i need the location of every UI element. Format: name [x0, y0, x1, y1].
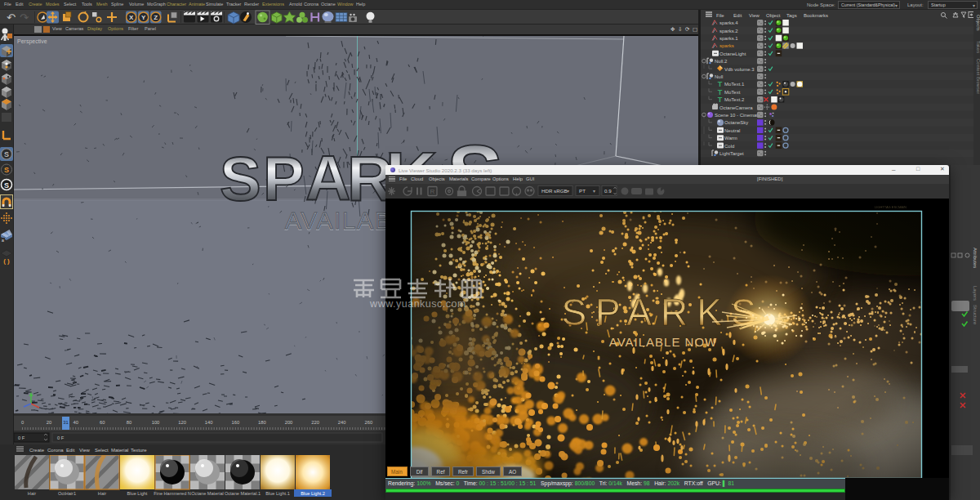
- svg-text:Neutral: Neutral: [724, 128, 740, 133]
- svg-text:▾: ▾: [593, 189, 595, 194]
- svg-text:↷: ↷: [20, 11, 29, 24]
- svg-text:120: 120: [178, 420, 186, 425]
- svg-text:PT: PT: [579, 188, 586, 194]
- svg-text:Texture: Texture: [131, 448, 147, 453]
- svg-text:www.yuankusc.com: www.yuankusc.com: [369, 298, 466, 310]
- svg-text:HDR sRGB: HDR sRGB: [541, 188, 568, 194]
- svg-text:Edit: Edit: [66, 448, 75, 453]
- svg-text:60: 60: [100, 420, 105, 425]
- svg-text:MoText.2: MoText.2: [724, 97, 745, 102]
- svg-text:S: S: [4, 150, 9, 158]
- svg-text:Z: Z: [154, 14, 158, 21]
- svg-text:OctaneSky: OctaneSky: [724, 120, 748, 125]
- svg-text:40: 40: [73, 420, 78, 425]
- svg-text:Blue Light: Blue Light: [127, 491, 148, 496]
- svg-text:LIGHTTAG ESCMAIN: LIGHTTAG ESCMAIN: [875, 205, 906, 209]
- svg-text:↶: ↶: [7, 11, 16, 24]
- svg-text:A: A: [305, 143, 351, 213]
- svg-text:T: T: [718, 96, 723, 104]
- svg-text:Structure: Structure: [973, 305, 978, 325]
- svg-text:Attributes: Attributes: [973, 248, 978, 268]
- svg-text:P: P: [263, 144, 305, 213]
- svg-text:Null: Null: [715, 74, 723, 79]
- svg-text:Corona: Corona: [47, 448, 64, 453]
- svg-text:Material: Material: [111, 448, 128, 453]
- svg-text:Hair: Hair: [28, 491, 36, 496]
- svg-text:Hair: Hair: [98, 491, 106, 496]
- svg-text:Object: Object: [766, 13, 781, 18]
- svg-text:R: R: [430, 188, 435, 195]
- svg-text:260: 260: [364, 420, 372, 425]
- svg-text:LightTarget: LightTarget: [719, 151, 744, 156]
- svg-text:Tags: Tags: [786, 13, 797, 18]
- svg-text:80: 80: [127, 420, 131, 425]
- svg-text:View: View: [79, 448, 91, 453]
- svg-text:20: 20: [47, 420, 51, 425]
- svg-text:Layers: Layers: [973, 286, 978, 301]
- svg-text:OctaneLight: OctaneLight: [719, 51, 746, 56]
- svg-text:Edit: Edit: [733, 13, 742, 18]
- svg-text:a: a: [2, 238, 4, 243]
- svg-text:Blue Light.2: Blue Light.2: [301, 491, 325, 496]
- svg-text:▾: ▾: [567, 189, 569, 194]
- svg-text:sparks.1: sparks.1: [719, 36, 738, 41]
- svg-text:S: S: [220, 144, 261, 213]
- svg-text:View: View: [749, 13, 760, 18]
- svg-text:Y: Y: [141, 14, 146, 21]
- svg-text:Objects: Objects: [976, 15, 980, 31]
- svg-text:Blue Light.1: Blue Light.1: [265, 491, 290, 496]
- svg-text:sparks.4: sparks.4: [719, 20, 738, 25]
- svg-text:Select: Select: [95, 448, 109, 453]
- svg-text:( ): ( ): [3, 257, 10, 265]
- svg-text:160: 160: [231, 420, 239, 425]
- svg-text:S: S: [4, 181, 9, 190]
- svg-text:240: 240: [338, 420, 346, 425]
- svg-text:100: 100: [152, 420, 160, 425]
- svg-text:MoText: MoText: [724, 90, 741, 95]
- svg-text:0.9: 0.9: [604, 188, 612, 194]
- svg-text:Fine Hammered N: Fine Hammered N: [154, 491, 191, 496]
- svg-text:Scene 10 - Cinematic: Scene 10 - Cinematic: [715, 113, 761, 118]
- svg-text:OctaneCamera: OctaneCamera: [719, 105, 753, 110]
- svg-text:Cold: Cold: [724, 144, 734, 149]
- svg-text:180: 180: [258, 420, 266, 425]
- svg-text:200: 200: [285, 420, 293, 425]
- svg-text:Octane Material: Octane Material: [191, 491, 223, 496]
- svg-text:S: S: [4, 166, 9, 174]
- svg-text:Octane Material.1: Octane Material.1: [225, 491, 261, 496]
- svg-text:File: File: [716, 13, 724, 18]
- svg-text:140: 140: [205, 420, 213, 425]
- svg-text:MoText.1: MoText.1: [724, 82, 745, 87]
- svg-text:Takes: Takes: [976, 41, 980, 53]
- svg-text:Warm: Warm: [724, 136, 737, 141]
- svg-text:220: 220: [311, 420, 319, 425]
- svg-text:0 F: 0 F: [57, 435, 65, 440]
- svg-text:0: 0: [21, 420, 24, 425]
- svg-text:Perspective: Perspective: [17, 38, 47, 45]
- svg-text:Content Browser: Content Browser: [976, 59, 980, 94]
- svg-text:31: 31: [63, 420, 68, 425]
- svg-text:OctHair1: OctHair1: [58, 491, 76, 496]
- svg-text:0 F: 0 F: [18, 435, 25, 440]
- svg-text:Vdb volume.3: Vdb volume.3: [724, 67, 755, 72]
- svg-text:X: X: [129, 14, 134, 21]
- svg-text:sparks: sparks: [719, 43, 734, 48]
- svg-text:Bookmarks: Bookmarks: [804, 13, 828, 18]
- svg-text:sparks.2: sparks.2: [719, 29, 738, 33]
- svg-text:Create: Create: [29, 448, 45, 453]
- svg-text:Null.2: Null.2: [715, 59, 728, 64]
